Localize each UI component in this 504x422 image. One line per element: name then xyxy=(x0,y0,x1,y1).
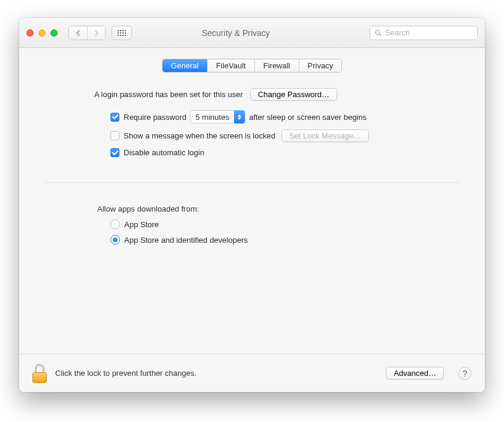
footer: Click the lock to prevent further change… xyxy=(19,354,485,392)
radio-identified-developers[interactable] xyxy=(110,235,120,245)
divider xyxy=(43,182,461,183)
login-status-text: A login password has been set for this u… xyxy=(94,90,243,99)
tab-bar: General FileVault Firewall Privacy xyxy=(19,59,485,73)
select-stepper-icon xyxy=(234,110,245,123)
window-title: Security & Privacy xyxy=(108,28,364,38)
tab-firewall[interactable]: Firewall xyxy=(254,59,299,72)
advanced-button[interactable]: Advanced… xyxy=(386,367,444,379)
radio-app-store-label: App Store xyxy=(124,220,159,229)
search-icon xyxy=(375,29,382,37)
nav-segment xyxy=(68,26,106,40)
radio-app-store[interactable] xyxy=(110,219,120,229)
close-button[interactable] xyxy=(26,29,34,37)
svg-line-1 xyxy=(379,34,381,35)
require-password-label-after: after sleep or screen saver begins xyxy=(249,113,367,122)
disable-auto-login-label: Disable automatic login xyxy=(124,148,204,157)
gatekeeper-heading: Allow apps downloaded from: xyxy=(97,204,455,213)
preferences-window: Security & Privacy General FileVault Fir… xyxy=(19,18,485,392)
search-field[interactable] xyxy=(370,26,478,40)
content-area: General FileVault Firewall Privacy A log… xyxy=(19,48,485,392)
tab-general[interactable]: General xyxy=(163,59,207,72)
window-controls xyxy=(26,29,58,37)
lock-icon[interactable] xyxy=(32,364,48,383)
zoom-button[interactable] xyxy=(50,29,58,37)
minimize-button[interactable] xyxy=(38,29,46,37)
show-message-label: Show a message when the screen is locked xyxy=(124,131,275,140)
tab-privacy[interactable]: Privacy xyxy=(299,59,342,72)
help-button[interactable]: ? xyxy=(458,367,472,380)
search-input[interactable] xyxy=(385,28,472,37)
set-lock-message-button: Set Lock Message… xyxy=(281,129,369,142)
require-password-delay-value: 5 minutes xyxy=(196,113,229,122)
lock-text: Click the lock to prevent further change… xyxy=(55,369,197,378)
forward-button[interactable] xyxy=(87,26,105,40)
tab-filevault[interactable]: FileVault xyxy=(207,59,254,72)
gatekeeper-section: Allow apps downloaded from: App Store Ap… xyxy=(19,189,485,251)
require-password-checkbox[interactable] xyxy=(110,113,119,122)
require-password-delay-select[interactable]: 5 minutes xyxy=(190,110,245,123)
radio-identified-developers-label: App Store and identified developers xyxy=(124,236,248,245)
disable-auto-login-checkbox[interactable] xyxy=(110,148,119,157)
login-section: A login password has been set for this u… xyxy=(19,73,485,176)
show-message-checkbox[interactable] xyxy=(110,131,119,140)
require-password-label-before: Require password xyxy=(124,113,187,122)
titlebar: Security & Privacy xyxy=(19,18,485,48)
back-button[interactable] xyxy=(69,26,87,40)
change-password-button[interactable]: Change Password… xyxy=(250,88,337,101)
